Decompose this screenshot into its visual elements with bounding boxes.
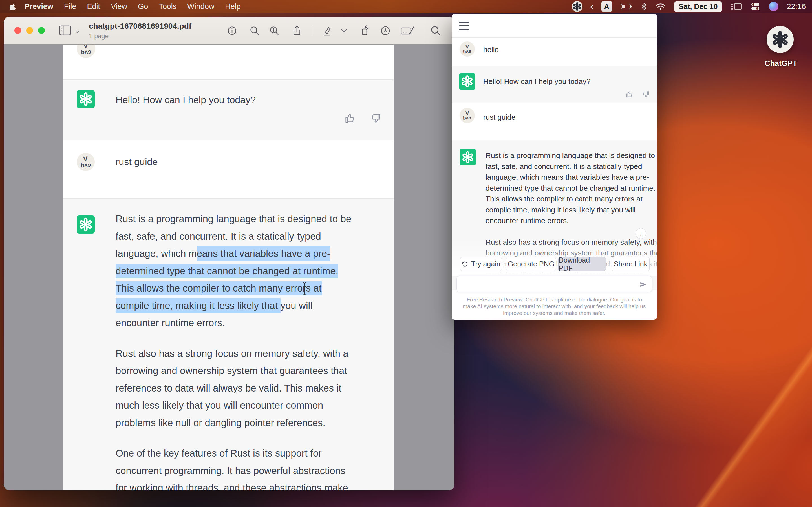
chatgpt-desktop-icon[interactable]: ChatGPT: [765, 26, 796, 68]
stage-manager-icon[interactable]: [726, 2, 746, 11]
chatgpt-avatar: [459, 73, 475, 90]
control-center-icon[interactable]: [746, 2, 765, 11]
chat-row-assistant-greeting: Hello! How can I help you today?: [452, 66, 657, 103]
user-avatar: V bʌɘ: [460, 108, 475, 123]
desktop-icon-label: ChatGPT: [765, 59, 796, 68]
marker-chevron-icon[interactable]: [340, 24, 348, 38]
chatgpt-avatar: [460, 149, 476, 165]
retry-icon: [462, 261, 468, 268]
highlighter-icon[interactable]: [320, 24, 334, 38]
menu-time: 22:16: [783, 2, 806, 11]
minimize-button[interactable]: [26, 27, 33, 34]
try-again-button[interactable]: Try again: [460, 257, 502, 271]
chatgpt-avatar: [77, 216, 95, 233]
menu-item-window[interactable]: Window: [182, 2, 220, 11]
bluetooth-icon[interactable]: [637, 2, 651, 11]
zoom-out-icon[interactable]: [248, 24, 261, 38]
download-pdf-button[interactable]: Download PDF: [558, 257, 606, 271]
chatgpt-header: [452, 14, 657, 38]
send-icon[interactable]: [640, 281, 647, 288]
hamburger-menu-icon[interactable]: [459, 21, 469, 31]
user-avatar: V bʌɘ: [460, 41, 475, 57]
menu-bar: Preview File Edit View Go Tools Window H…: [0, 0, 812, 13]
zoom-window-button[interactable]: [38, 27, 45, 34]
chat-row-user-prompt: V bʌɘ rust guide: [452, 103, 657, 140]
thumbs-down-icon[interactable]: [370, 113, 381, 124]
preview-window: ⌄ chatgpt-1670681691904.pdf 1 page: [4, 17, 455, 490]
arrow-down-icon: ↓: [639, 230, 643, 237]
menu-item-view[interactable]: View: [105, 2, 133, 11]
chevron-left-icon[interactable]: ‹: [587, 2, 597, 11]
chatgpt-avatar: [77, 90, 95, 108]
user-message-text: rust guide: [483, 113, 515, 122]
message-input[interactable]: [456, 276, 652, 292]
thumbs-up-icon[interactable]: [626, 91, 633, 98]
rotate-icon[interactable]: [358, 24, 372, 38]
chevron-down-icon: ⌄: [74, 26, 80, 35]
thumbs-down-icon[interactable]: [642, 91, 650, 98]
input-source-icon[interactable]: A: [601, 1, 612, 12]
share-link-button[interactable]: Share Link: [612, 257, 650, 271]
pdf-page[interactable]: V bʌɘ Hello! How can I help you today?: [63, 45, 394, 490]
pdf-content-area[interactable]: V bʌɘ Hello! How can I help you today?: [4, 45, 455, 490]
window-title: chatgpt-1670681691904.pdf: [89, 22, 192, 31]
chatgpt-logo-icon: [767, 26, 794, 53]
menu-item-app[interactable]: Preview: [19, 2, 59, 11]
battery-icon[interactable]: [616, 3, 637, 10]
menu-item-file[interactable]: File: [59, 2, 82, 11]
menu-item-go[interactable]: Go: [133, 2, 153, 11]
pdf-row-assistant-answer: Rust is a programming language that is d…: [63, 198, 394, 490]
share-icon[interactable]: [290, 24, 304, 38]
page-count: 1 page: [89, 33, 192, 40]
info-icon[interactable]: [225, 24, 239, 38]
form-fill-icon[interactable]: [400, 24, 416, 38]
chatgpt-status-icon[interactable]: [572, 1, 582, 12]
siri-icon[interactable]: [769, 2, 778, 11]
user-prompt-text: rust guide: [116, 156, 158, 167]
preview-titlebar: ⌄ chatgpt-1670681691904.pdf 1 page: [4, 17, 455, 44]
user-avatar: V bʌɘ: [77, 45, 95, 58]
zoom-in-icon[interactable]: [267, 24, 281, 38]
menu-item-edit[interactable]: Edit: [82, 2, 106, 11]
menu-item-tools[interactable]: Tools: [153, 2, 182, 11]
menu-date[interactable]: Sat, Dec 10: [674, 1, 722, 12]
menu-item-help[interactable]: Help: [220, 2, 246, 11]
pdf-row-user-prompt: V bʌɘ rust guide: [63, 140, 394, 198]
text-cursor: [302, 282, 307, 295]
wifi-icon[interactable]: [651, 3, 670, 10]
assistant-greeting-text: Hello! How can I help you today?: [483, 77, 591, 86]
answer-text-block: Rust is a programming language that is d…: [116, 210, 351, 490]
assistant-greeting-text: Hello! How can I help you today?: [116, 94, 256, 105]
user-avatar: V bʌɘ: [77, 153, 95, 171]
pdf-row-assistant-greeting: Hello! How can I help you today?: [63, 79, 394, 140]
close-button[interactable]: [14, 27, 21, 34]
scroll-to-bottom-button[interactable]: ↓: [636, 228, 646, 239]
search-icon[interactable]: [429, 24, 442, 38]
generate-png-button[interactable]: Generate PNG: [506, 257, 556, 271]
chat-row-user-hello: V bʌɘ hello: [452, 38, 657, 66]
thumbs-up-icon[interactable]: [345, 113, 355, 124]
markup-pen-icon[interactable]: [378, 24, 392, 38]
user-message-text: hello: [483, 45, 499, 54]
sidebar-toggle-button[interactable]: ⌄: [59, 23, 86, 38]
footer-disclaimer: Free Research Preview: ChatGPT is optimi…: [452, 296, 657, 317]
pdf-row-user-hello: V bʌɘ: [63, 45, 394, 79]
chatgpt-window: V bʌɘ hello Hello! How can I help you to…: [452, 14, 657, 320]
apple-menu-icon[interactable]: [10, 2, 17, 11]
